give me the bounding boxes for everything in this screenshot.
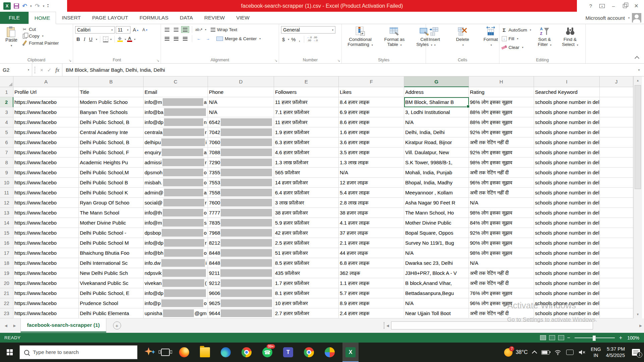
taskbar-search[interactable]: Type here to search <box>19 345 138 359</box>
cell-J14[interactable] <box>600 218 633 228</box>
row-header-2[interactable]: 2 <box>0 97 13 107</box>
zoom-in-button[interactable]: + <box>619 335 622 341</box>
taskbar-app-google-photos[interactable] <box>322 343 338 362</box>
row-header-20[interactable]: 20 <box>0 278 13 288</box>
cell-J15[interactable] <box>600 228 633 238</box>
paste-button[interactable]: Paste▾ <box>2 26 21 48</box>
cell-B6[interactable]: Delhi Public School, B <box>79 137 144 147</box>
cell-H17[interactable]: 98% लोग इसका सुझाव <box>469 248 534 258</box>
cell-A14[interactable]: https://www.facebo <box>13 218 79 228</box>
enter-icon[interactable]: ✓ <box>47 67 52 73</box>
minimize-button[interactable]: – <box>608 2 619 10</box>
cell-J13[interactable] <box>600 208 633 218</box>
ribbon-display-options-button[interactable]: ▲ <box>597 2 607 10</box>
column-header-C[interactable]: C <box>144 76 208 87</box>
row-header-8[interactable]: 8 <box>0 158 13 168</box>
cell-F6[interactable]: 3.6 हज़ार लाइक <box>339 137 404 147</box>
cell-G23[interactable]: Near Ujjain Toll Boot <box>404 308 469 318</box>
cell-I21[interactable]: schools phone number in delhi <box>534 288 600 298</box>
sheet-tab-active[interactable]: facebook-search-scrapper (1) <box>20 318 106 333</box>
cell-E3[interactable]: 7.1 हज़ार फ़ॉलोअर <box>274 107 339 117</box>
cell-G9[interactable]: Mohali, India, Punjab <box>404 168 469 178</box>
cell-B21[interactable]: Delhi Public School, E <box>79 288 144 298</box>
cell-H13[interactable]: 98% लोग इसका सुझाव <box>469 208 534 218</box>
customize-quick-access-icon[interactable]: ▾ <box>47 4 49 8</box>
cell-C10[interactable]: misbah.o <box>144 178 208 188</box>
select-all-corner[interactable] <box>0 76 13 87</box>
cell-I11[interactable]: schools phone number in delhi <box>534 188 600 198</box>
row-header-7[interactable]: 7 <box>0 147 13 158</box>
cell-A16[interactable]: https://www.facebo <box>13 238 79 248</box>
font-size-select[interactable]: 11▾ <box>116 26 130 34</box>
row-header-14[interactable]: 14 <box>0 218 13 228</box>
cell-F3[interactable]: 6.9 हज़ार लाइक <box>339 107 404 117</box>
cell-B22[interactable]: Prudence School <box>79 298 144 308</box>
cell-C12[interactable]: social@r <box>144 198 208 208</box>
cell-B3[interactable]: Banyan Tree Schools <box>79 107 144 117</box>
cell-I6[interactable]: schools phone number in delhi <box>534 137 600 147</box>
row-header-5[interactable]: 5 <box>0 127 13 137</box>
cell-G22[interactable]: N/A <box>404 298 469 308</box>
taskbar-app-chrome[interactable] <box>238 343 255 362</box>
cell-F10[interactable]: 12 हज़ार लाइक <box>339 178 404 188</box>
cell-G2[interactable]: BM Block, Shalimar B <box>404 97 469 107</box>
cell-J22[interactable] <box>600 298 633 308</box>
cell-B8[interactable]: Academic Heights Pu <box>79 158 144 168</box>
column-header-I[interactable]: I <box>534 76 600 87</box>
decrease-decimal-button[interactable]: .00→.0 <box>313 36 318 42</box>
cell-J5[interactable] <box>600 127 633 137</box>
cell-A8[interactable]: https://www.facebo <box>13 158 79 168</box>
cell-E1[interactable]: Followers <box>274 87 339 97</box>
cell-J7[interactable] <box>600 147 633 158</box>
cell-J18[interactable] <box>600 258 633 268</box>
cell-I7[interactable]: schools phone number in delhi <box>534 147 600 158</box>
cell-I5[interactable]: schools phone number in delhi <box>534 127 600 137</box>
cell-A23[interactable]: https://www.facebo <box>13 308 79 318</box>
cell-B13[interactable]: The Mann School <box>79 208 144 218</box>
avatar[interactable] <box>632 13 641 22</box>
cell-F13[interactable]: 38 हज़ार लाइक <box>339 208 404 218</box>
cell-D23[interactable]: 9644 <box>208 308 274 318</box>
cell-H12[interactable]: N/A <box>469 198 534 208</box>
wifi-icon[interactable] <box>554 349 561 355</box>
cell-A19[interactable]: https://www.facebo <box>13 268 79 278</box>
cell-D22[interactable]: 9625 <box>208 298 274 308</box>
row-header-10[interactable]: 10 <box>0 178 13 188</box>
cell-C9[interactable]: dpsmoho <box>144 168 208 178</box>
cell-I15[interactable]: schools phone number in delhi <box>534 228 600 238</box>
cell-J11[interactable] <box>600 188 633 198</box>
cell-G14[interactable]: Mother Divine Public <box>404 218 469 228</box>
formula-input[interactable]: BM Block, Shalimar Bagh, Delhi, India, D… <box>62 67 634 73</box>
cell-G16[interactable]: Survey No 119/1, Bug <box>404 238 469 248</box>
cell-B16[interactable]: Delhi Public School M <box>79 238 144 248</box>
cell-H10[interactable]: 96% लोग इसका सुझाव <box>469 178 534 188</box>
formula-bar-splitter[interactable] <box>35 67 35 73</box>
row-header-17[interactable]: 17 <box>0 248 13 258</box>
cell-J17[interactable] <box>600 248 633 258</box>
cancel-icon[interactable]: × <box>40 67 43 73</box>
cell-E16[interactable]: 2.5 हज़ार फ़ॉलोअर <box>274 238 339 248</box>
cell-G4[interactable]: N/A <box>404 117 469 127</box>
cell-D3[interactable]: N/A <box>208 107 274 117</box>
cell-F7[interactable]: 3.5 हज़ार लाइक <box>339 147 404 158</box>
cell-G20[interactable]: B block,Anand Vihar, <box>404 278 469 288</box>
number-format-select[interactable]: General▾ <box>281 26 335 34</box>
cell-D8[interactable]: 7290 <box>208 158 274 168</box>
cell-H6[interactable]: अभी तक रेटिंग नहीं दी <box>469 137 534 147</box>
font-dialog-launcher[interactable]: ↘ <box>157 59 159 62</box>
tab-insert[interactable]: INSERT <box>56 12 87 24</box>
cell-F12[interactable]: 2.8 लाख लाइक <box>339 198 404 208</box>
scroll-right-icon[interactable]: ▶ <box>639 324 642 327</box>
sheet-nav-left-icon[interactable]: ◀ <box>5 324 7 327</box>
language-indicator[interactable]: ENG IN <box>591 346 601 358</box>
tab-file[interactable]: FILE <box>0 12 29 24</box>
formula-bar-expand-icon[interactable]: ▾ <box>634 68 644 72</box>
page-layout-view-button[interactable] <box>549 335 555 340</box>
borders-button[interactable] <box>103 37 108 42</box>
cell-B15[interactable]: Delhi Public School - <box>79 228 144 238</box>
tab-home[interactable]: HOME <box>29 12 56 24</box>
cell-D10[interactable]: 7553 <box>208 178 274 188</box>
cell-C13[interactable]: info@tho <box>144 208 208 218</box>
cell-G10[interactable]: Bhopal, India, Madhy <box>404 178 469 188</box>
cell-B4[interactable]: Delhi Public School, B <box>79 117 144 127</box>
